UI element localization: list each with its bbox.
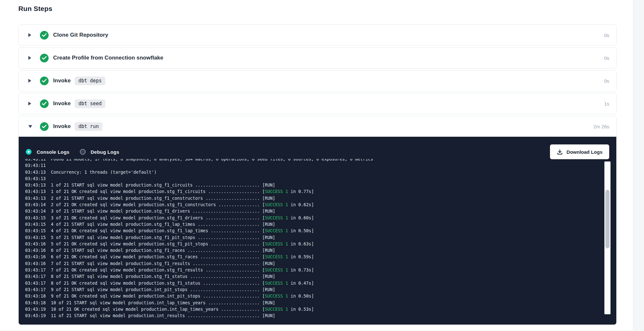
- log-line: 03:43:16 6 of 21 START sql view model pr…: [25, 247, 616, 254]
- step-label: Create Profile from Connection snowflake: [53, 55, 163, 61]
- radio-label: Console Logs: [37, 149, 70, 155]
- log-success-text: SUCCESS 1: [265, 242, 288, 246]
- step-duration: 0s: [604, 55, 609, 61]
- step-command-badge: dbt deps: [75, 77, 105, 85]
- run-step: Clone Git Repository0s: [18, 24, 617, 46]
- log-lines: 03:43:11 Found 21 models, 17 tests, 0 sn…: [19, 159, 616, 319]
- log-success-text: SUCCESS 1: [265, 216, 288, 220]
- step-header[interactable]: Invokedbt run2m 26s: [19, 116, 616, 137]
- run-steps-page: Run Steps Clone Git Repository0sCreate P…: [18, 0, 617, 326]
- step-label: Clone Git Repository: [53, 32, 108, 38]
- log-success-text: SUCCESS 1: [265, 202, 288, 207]
- log-success-text: SUCCESS 1: [265, 307, 288, 312]
- console-toolbar: Console LogsDebug LogsDownload Logs: [26, 144, 609, 159]
- right-gutter: [633, 0, 644, 331]
- step-label: Invoke: [53, 78, 71, 84]
- step-duration: 0s: [604, 32, 609, 38]
- step-label: Invoke: [53, 100, 71, 107]
- success-check-icon: [40, 31, 49, 40]
- chevron-right-icon[interactable]: [28, 33, 33, 37]
- log-line: 03:43:15 5 of 21 START sql view model pr…: [25, 234, 616, 241]
- success-check-icon: [40, 77, 49, 85]
- download-logs-button[interactable]: Download Logs: [550, 144, 609, 159]
- log-line: 03:43:16 7 of 21 START sql view model pr…: [25, 261, 616, 267]
- log-success-text: SUCCESS 1: [265, 228, 288, 233]
- log-line: 03:43:13: [25, 176, 616, 182]
- log-line: 03:43:16 6 of 21 OK created sql view mod…: [25, 254, 616, 260]
- log-line: 03:43:13 1 of 21 START sql view model pr…: [25, 182, 616, 188]
- console-log-output[interactable]: 03:43:11 Found 21 models, 17 tests, 0 sn…: [19, 159, 616, 325]
- log-line: 03:43:11 Found 21 models, 17 tests, 0 sn…: [25, 159, 616, 162]
- step-duration: 2m 26s: [593, 124, 609, 129]
- run-step: Create Profile from Connection snowflake…: [18, 47, 617, 69]
- console-panel: Console LogsDebug LogsDownload Logs03:43…: [19, 137, 616, 325]
- log-line: 03:43:13 1 of 21 OK created sql view mod…: [25, 188, 616, 195]
- run-step: Invokedbt deps0s: [18, 70, 617, 91]
- log-line: 03:43:13 2 of 21 START sql view model pr…: [25, 195, 616, 202]
- log-line: 03:43:17 8 of 21 OK created sql view mod…: [25, 280, 616, 287]
- radio-unselected-icon[interactable]: [80, 149, 86, 155]
- download-icon: [557, 149, 563, 155]
- step-header[interactable]: Invokedbt seed1s: [19, 93, 616, 114]
- step-command-badge: dbt seed: [75, 99, 105, 108]
- log-scrollbar-thumb[interactable]: [605, 190, 610, 248]
- log-line: 03:43:15 3 of 21 OK created sql view mod…: [25, 215, 616, 221]
- page-title: Run Steps: [18, 4, 617, 13]
- step-header[interactable]: Clone Git Repository0s: [19, 25, 616, 45]
- log-success-text: SUCCESS 1: [265, 281, 288, 286]
- log-line: 03:43:15 4 of 21 START sql view model pr…: [25, 221, 616, 228]
- success-check-icon: [40, 99, 49, 108]
- success-check-icon: [40, 54, 49, 62]
- log-line: 03:43:11: [25, 162, 616, 169]
- radio-label: Debug Logs: [91, 149, 119, 155]
- run-step: Invokedbt seed1s: [18, 93, 617, 114]
- log-line: 03:43:19 11 of 21 START sql view model p…: [25, 313, 616, 319]
- step-command-badge: dbt run: [75, 122, 102, 131]
- log-line: 03:43:13 Concurrency: 1 threads (target=…: [25, 169, 616, 176]
- log-line: 03:43:16 5 of 21 OK created sql view mod…: [25, 241, 616, 247]
- run-step: Invokedbt run2m 26sConsole LogsDebug Log…: [18, 116, 617, 325]
- console-logs-radio[interactable]: Console Logs: [26, 149, 70, 155]
- step-duration: 1s: [604, 101, 609, 106]
- log-success-text: SUCCESS 1: [265, 189, 288, 194]
- log-success-text: SUCCESS 1: [265, 294, 288, 299]
- radio-selected-icon[interactable]: [26, 149, 32, 155]
- download-logs-label: Download Logs: [566, 149, 602, 155]
- chevron-right-icon[interactable]: [28, 102, 33, 106]
- chevron-right-icon[interactable]: [28, 79, 33, 83]
- success-check-icon: [40, 122, 49, 131]
- chevron-right-icon[interactable]: [28, 56, 33, 60]
- step-header[interactable]: Create Profile from Connection snowflake…: [19, 48, 616, 68]
- run-steps-list: Clone Git Repository0sCreate Profile fro…: [18, 24, 617, 325]
- log-line: 03:43:17 8 of 21 START sql view model pr…: [25, 273, 616, 280]
- log-line: 03:43:18 9 of 21 OK created sql view mod…: [25, 293, 616, 299]
- log-scrollbar[interactable]: [604, 161, 611, 314]
- log-line: 03:43:15 4 of 21 OK created sql view mod…: [25, 228, 616, 234]
- log-line: 03:43:14 3 of 21 START sql view model pr…: [25, 208, 616, 215]
- log-success-text: SUCCESS 1: [265, 254, 288, 259]
- step-header[interactable]: Invokedbt deps0s: [19, 70, 616, 91]
- log-success-text: SUCCESS 1: [265, 268, 288, 272]
- log-line: 03:43:14 2 of 21 OK created sql view mod…: [25, 202, 616, 208]
- log-line: 03:43:19 10 of 21 OK created sql view mo…: [25, 306, 616, 313]
- debug-logs-radio[interactable]: Debug Logs: [80, 149, 119, 155]
- log-line: 03:43:18 10 of 21 START sql view model p…: [25, 300, 616, 306]
- chevron-down-icon[interactable]: [28, 125, 33, 128]
- log-line: 03:43:17 7 of 21 OK created sql view mod…: [25, 267, 616, 273]
- step-duration: 0s: [604, 78, 609, 84]
- step-label: Invoke: [53, 123, 71, 130]
- bottom-divider: [0, 330, 633, 331]
- log-line: 03:43:17 9 of 21 START sql view model pr…: [25, 287, 616, 293]
